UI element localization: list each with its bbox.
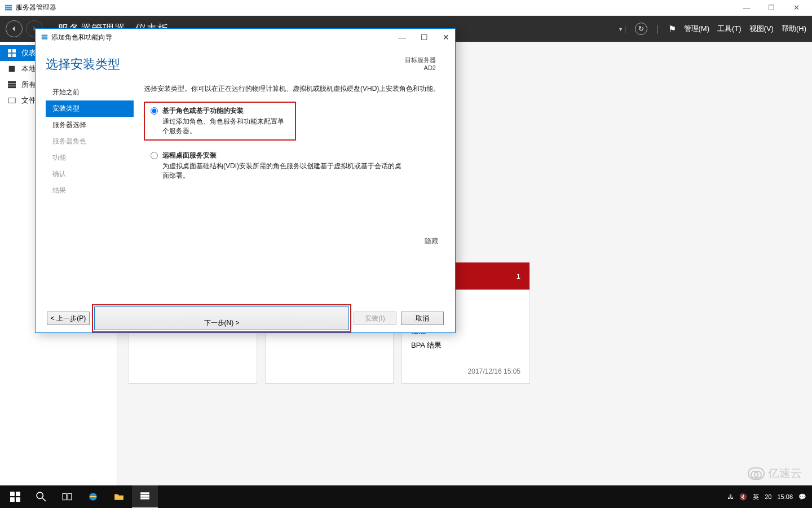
tile-count: 1 [517, 272, 520, 281]
prev-button[interactable]: < 上一步(P) [47, 312, 90, 325]
tray-ime-num: 20 [765, 493, 771, 500]
svg-rect-13 [42, 37, 48, 38]
step-results: 结果 [46, 182, 134, 199]
install-button: 安装(I) [354, 312, 396, 325]
svg-rect-6 [12, 54, 16, 57]
option-rds-install[interactable]: 远程桌面服务安装 为虚拟桌面基础结构(VDI)安装所需的角色服务以创建基于虚拟机… [144, 146, 409, 185]
titlebar: 服务器管理器 — ☐ ✕ [0, 0, 812, 16]
target-server-value: AD2 [405, 64, 436, 71]
menu-tools[interactable]: 工具(T) [717, 24, 742, 34]
task-view-icon [62, 492, 72, 502]
wizard-steps: 开始之前 安装类型 服务器选择 服务器角色 功能 确认 结果 [46, 84, 134, 304]
watermark: 亿速云 [748, 466, 802, 481]
header-dropdown-icon[interactable]: ▾ │ [619, 26, 627, 32]
dialog-titlebar: 添加角色和功能向导 — ☐ ✕ [36, 29, 455, 46]
svg-rect-0 [5, 5, 12, 6]
step-features: 功能 [46, 150, 134, 166]
taskbar: 🖧 🔇 英 20 15:08 💬 [0, 485, 812, 508]
option-description: 为虚拟桌面基础结构(VDI)安装所需的角色服务以创建基于虚拟机或基于会话的桌面部… [162, 161, 402, 181]
tray-volume-icon[interactable]: 🔇 [739, 493, 747, 501]
svg-rect-3 [8, 49, 11, 52]
menu-manage[interactable]: 管理(M) [684, 24, 710, 34]
tray-time: 15:08 [777, 493, 793, 500]
watermark-icon [748, 467, 765, 480]
hide-link[interactable]: 隐藏 [425, 237, 438, 246]
cancel-button[interactable]: 取消 [401, 312, 444, 325]
step-before-you-begin[interactable]: 开始之前 [46, 84, 134, 100]
server-manager-task-button[interactable] [132, 485, 158, 508]
search-icon [36, 492, 46, 502]
step-confirmation: 确认 [46, 166, 134, 182]
explorer-button[interactable] [106, 485, 132, 508]
svg-rect-5 [8, 54, 11, 57]
svg-rect-7 [9, 66, 15, 72]
svg-rect-25 [140, 495, 149, 497]
option-description: 通过添加角色、角色服务和功能来配置单个服务器。 [162, 117, 289, 136]
svg-rect-2 [5, 8, 12, 10]
svg-rect-17 [10, 497, 15, 502]
start-button[interactable] [2, 485, 28, 508]
radio-role-based[interactable] [151, 107, 158, 115]
svg-rect-11 [8, 98, 15, 103]
dialog-heading: 选择安装类型 [46, 56, 120, 73]
nav-back-button[interactable] [6, 20, 23, 37]
storage-icon [8, 97, 17, 104]
svg-line-20 [42, 498, 46, 501]
search-button[interactable] [28, 485, 54, 508]
dashboard-icon [8, 49, 17, 57]
refresh-icon[interactable]: ↻ [635, 23, 647, 35]
window-maximize-button[interactable]: ☐ [766, 3, 777, 12]
svg-rect-18 [16, 497, 20, 502]
watermark-text: 亿速云 [768, 466, 802, 481]
windows-icon [10, 492, 20, 502]
dialog-footer: < 上一步(P) 下一步(N) > 安装(I) 取消 [36, 304, 455, 332]
option-title: 基于角色或基于功能的安装 [162, 106, 289, 116]
window-minimize-button[interactable]: — [741, 3, 752, 12]
window-close-button[interactable]: ✕ [791, 3, 802, 12]
dialog-maximize-button[interactable]: ☐ [421, 33, 428, 42]
svg-rect-14 [42, 38, 48, 40]
folder-icon [114, 492, 124, 502]
svg-rect-10 [8, 86, 16, 89]
servers-icon [8, 81, 17, 89]
server-manager-icon [5, 4, 12, 12]
step-installation-type[interactable]: 安装类型 [46, 100, 134, 117]
server-icon [8, 65, 17, 73]
svg-rect-4 [12, 49, 16, 52]
dialog-minimize-button[interactable]: — [398, 33, 406, 42]
tile-item-label: BPA 结果 [411, 340, 442, 351]
dialog-title: 添加角色和功能向导 [51, 33, 112, 42]
app-title: 服务器管理器 [16, 3, 56, 12]
svg-rect-22 [68, 493, 72, 500]
step-server-selection[interactable]: 服务器选择 [46, 117, 134, 133]
svg-rect-21 [63, 493, 67, 500]
radio-rds[interactable] [151, 152, 158, 159]
ie-button[interactable] [80, 485, 106, 508]
server-manager-icon [41, 34, 48, 41]
svg-rect-15 [10, 492, 15, 496]
svg-rect-9 [8, 84, 16, 86]
svg-point-19 [37, 492, 43, 498]
target-server-label: 目标服务器 [405, 56, 436, 64]
menu-view[interactable]: 视图(V) [749, 24, 774, 34]
svg-rect-16 [16, 492, 20, 496]
tray-ime-lang[interactable]: 英 [753, 493, 759, 501]
svg-rect-12 [42, 35, 48, 36]
task-view-button[interactable] [54, 485, 80, 508]
next-button[interactable]: 下一步(N) > [94, 306, 349, 330]
svg-rect-1 [5, 7, 12, 8]
menu-help[interactable]: 帮助(H) [782, 24, 806, 34]
dialog-close-button[interactable]: ✕ [443, 33, 449, 42]
svg-rect-8 [8, 81, 16, 84]
tile-timestamp: 2017/12/16 15:05 [411, 367, 520, 375]
tray-notifications-icon[interactable]: 💬 [798, 493, 806, 501]
option-role-based-install[interactable]: 基于角色或基于功能的安装 通过添加角色、角色服务和功能来配置单个服务器。 [144, 102, 296, 141]
ie-icon [88, 492, 98, 502]
tray-network-icon[interactable]: 🖧 [727, 493, 734, 500]
svg-rect-26 [140, 497, 149, 499]
step-server-roles: 服务器角色 [46, 133, 134, 150]
tray-clock[interactable]: 15:08 [777, 493, 793, 500]
notifications-icon[interactable]: ⚑ [668, 24, 676, 34]
dialog-intro-text: 选择安装类型。你可以在正在运行的物理计算机、虚拟机或脱机虚拟硬盘(VHD)上安装… [144, 84, 445, 94]
option-title: 远程桌面服务安装 [162, 151, 402, 160]
